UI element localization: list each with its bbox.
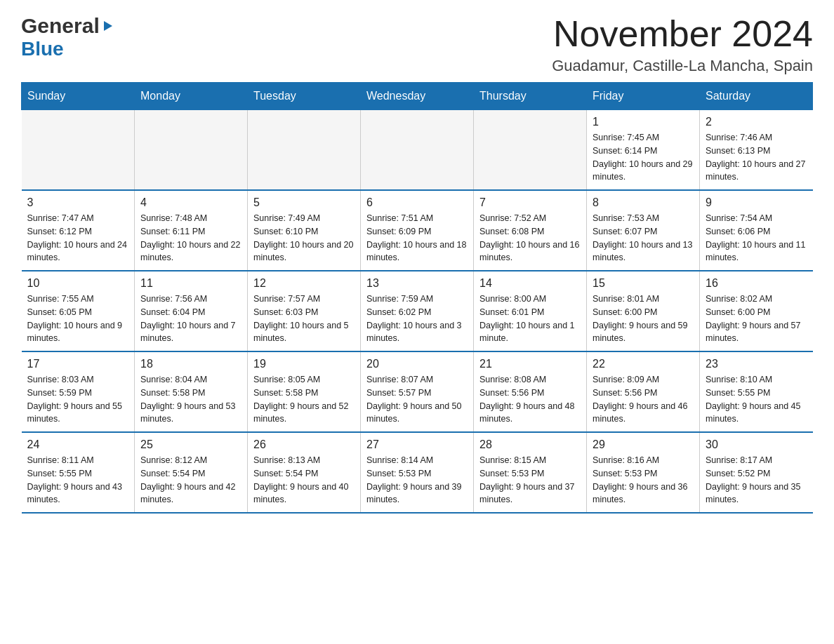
column-header-saturday: Saturday <box>700 83 813 110</box>
day-info: Sunrise: 8:00 AM Sunset: 6:01 PM Dayligh… <box>479 293 581 345</box>
calendar-cell: 12Sunrise: 7:57 AM Sunset: 6:03 PM Dayli… <box>248 271 361 351</box>
day-number: 22 <box>593 358 694 370</box>
calendar-cell: 17Sunrise: 8:03 AM Sunset: 5:59 PM Dayli… <box>22 351 135 432</box>
day-info: Sunrise: 7:57 AM Sunset: 6:03 PM Dayligh… <box>253 293 355 345</box>
day-number: 28 <box>479 438 581 451</box>
day-number: 12 <box>253 277 355 290</box>
day-number: 14 <box>479 277 581 290</box>
calendar-cell: 22Sunrise: 8:09 AM Sunset: 5:56 PM Dayli… <box>587 351 700 432</box>
calendar-cell: 25Sunrise: 8:12 AM Sunset: 5:54 PM Dayli… <box>135 432 248 513</box>
day-info: Sunrise: 8:05 AM Sunset: 5:58 PM Dayligh… <box>253 373 355 426</box>
day-number: 21 <box>479 358 581 370</box>
calendar-cell: 28Sunrise: 8:15 AM Sunset: 5:53 PM Dayli… <box>474 432 587 513</box>
day-info: Sunrise: 7:51 AM Sunset: 6:09 PM Dayligh… <box>366 212 468 264</box>
logo-general-text: General <box>21 14 100 38</box>
day-info: Sunrise: 7:52 AM Sunset: 6:08 PM Dayligh… <box>479 212 581 264</box>
column-header-wednesday: Wednesday <box>361 83 474 110</box>
day-number: 1 <box>593 116 694 128</box>
title-block: November 2024 Guadamur, Castille-La Manc… <box>552 14 813 75</box>
day-info: Sunrise: 7:53 AM Sunset: 6:07 PM Dayligh… <box>593 212 694 264</box>
day-info: Sunrise: 8:13 AM Sunset: 5:54 PM Dayligh… <box>253 454 355 507</box>
calendar-cell: 9Sunrise: 7:54 AM Sunset: 6:06 PM Daylig… <box>700 190 813 271</box>
day-number: 19 <box>253 358 355 370</box>
day-number: 6 <box>366 196 468 209</box>
calendar-week-row: 24Sunrise: 8:11 AM Sunset: 5:55 PM Dayli… <box>22 432 813 513</box>
logo: General Blue <box>21 14 115 60</box>
calendar-cell: 19Sunrise: 8:05 AM Sunset: 5:58 PM Dayli… <box>248 351 361 432</box>
day-number: 11 <box>140 277 241 290</box>
day-number: 20 <box>366 358 468 370</box>
day-info: Sunrise: 8:01 AM Sunset: 6:00 PM Dayligh… <box>593 293 694 345</box>
calendar-cell: 20Sunrise: 8:07 AM Sunset: 5:57 PM Dayli… <box>361 351 474 432</box>
calendar-table: SundayMondayTuesdayWednesdayThursdayFrid… <box>21 82 813 514</box>
day-number: 26 <box>253 438 355 451</box>
day-number: 15 <box>593 277 694 290</box>
day-number: 27 <box>366 438 468 451</box>
day-info: Sunrise: 7:56 AM Sunset: 6:04 PM Dayligh… <box>140 293 241 345</box>
calendar-cell: 14Sunrise: 8:00 AM Sunset: 6:01 PM Dayli… <box>474 271 587 351</box>
day-number: 17 <box>27 358 129 370</box>
day-info: Sunrise: 8:10 AM Sunset: 5:55 PM Dayligh… <box>706 373 807 426</box>
calendar-cell: 5Sunrise: 7:49 AM Sunset: 6:10 PM Daylig… <box>248 190 361 271</box>
column-header-thursday: Thursday <box>474 83 587 110</box>
calendar-cell: 10Sunrise: 7:55 AM Sunset: 6:05 PM Dayli… <box>22 271 135 351</box>
day-info: Sunrise: 8:09 AM Sunset: 5:56 PM Dayligh… <box>593 373 694 426</box>
day-number: 13 <box>366 277 468 290</box>
day-info: Sunrise: 8:12 AM Sunset: 5:54 PM Dayligh… <box>140 454 241 507</box>
day-info: Sunrise: 8:08 AM Sunset: 5:56 PM Dayligh… <box>479 373 581 426</box>
day-info: Sunrise: 8:03 AM Sunset: 5:59 PM Dayligh… <box>27 373 129 426</box>
day-number: 2 <box>706 116 807 128</box>
day-info: Sunrise: 8:04 AM Sunset: 5:58 PM Dayligh… <box>140 373 241 426</box>
day-info: Sunrise: 8:07 AM Sunset: 5:57 PM Dayligh… <box>366 373 468 426</box>
day-info: Sunrise: 7:55 AM Sunset: 6:05 PM Dayligh… <box>27 293 129 345</box>
day-number: 24 <box>27 438 129 451</box>
column-header-sunday: Sunday <box>22 83 135 110</box>
day-info: Sunrise: 7:46 AM Sunset: 6:13 PM Dayligh… <box>706 131 807 184</box>
day-info: Sunrise: 7:45 AM Sunset: 6:14 PM Dayligh… <box>593 131 694 184</box>
column-header-friday: Friday <box>587 83 700 110</box>
day-number: 18 <box>140 358 241 370</box>
calendar-cell: 13Sunrise: 7:59 AM Sunset: 6:02 PM Dayli… <box>361 271 474 351</box>
location-subtitle: Guadamur, Castille-La Mancha, Spain <box>552 57 813 75</box>
day-info: Sunrise: 7:47 AM Sunset: 6:12 PM Dayligh… <box>27 212 129 264</box>
calendar-header-row: SundayMondayTuesdayWednesdayThursdayFrid… <box>22 83 813 110</box>
calendar-cell: 8Sunrise: 7:53 AM Sunset: 6:07 PM Daylig… <box>587 190 700 271</box>
logo-blue-text: Blue <box>21 38 64 60</box>
calendar-week-row: 10Sunrise: 7:55 AM Sunset: 6:05 PM Dayli… <box>22 271 813 351</box>
calendar-cell: 27Sunrise: 8:14 AM Sunset: 5:53 PM Dayli… <box>361 432 474 513</box>
day-info: Sunrise: 8:14 AM Sunset: 5:53 PM Dayligh… <box>366 454 468 507</box>
day-number: 16 <box>706 277 807 290</box>
day-number: 3 <box>27 196 129 209</box>
calendar-cell: 15Sunrise: 8:01 AM Sunset: 6:00 PM Dayli… <box>587 271 700 351</box>
day-info: Sunrise: 7:49 AM Sunset: 6:10 PM Dayligh… <box>253 212 355 264</box>
calendar-cell: 2Sunrise: 7:46 AM Sunset: 6:13 PM Daylig… <box>700 110 813 191</box>
month-title: November 2024 <box>552 14 813 54</box>
page-header: General Blue November 2024 Guadamur, Cas… <box>21 14 813 75</box>
calendar-cell: 26Sunrise: 8:13 AM Sunset: 5:54 PM Dayli… <box>248 432 361 513</box>
day-number: 25 <box>140 438 241 451</box>
column-header-monday: Monday <box>135 83 248 110</box>
day-number: 8 <box>593 196 694 209</box>
svg-marker-0 <box>104 21 112 31</box>
calendar-cell: 29Sunrise: 8:16 AM Sunset: 5:53 PM Dayli… <box>587 432 700 513</box>
calendar-week-row: 3Sunrise: 7:47 AM Sunset: 6:12 PM Daylig… <box>22 190 813 271</box>
calendar-cell: 18Sunrise: 8:04 AM Sunset: 5:58 PM Dayli… <box>135 351 248 432</box>
day-number: 4 <box>140 196 241 209</box>
day-number: 30 <box>706 438 807 451</box>
calendar-cell: 11Sunrise: 7:56 AM Sunset: 6:04 PM Dayli… <box>135 271 248 351</box>
day-number: 29 <box>593 438 694 451</box>
day-info: Sunrise: 8:17 AM Sunset: 5:52 PM Dayligh… <box>706 454 807 507</box>
calendar-week-row: 1Sunrise: 7:45 AM Sunset: 6:14 PM Daylig… <box>22 110 813 191</box>
calendar-cell: 6Sunrise: 7:51 AM Sunset: 6:09 PM Daylig… <box>361 190 474 271</box>
day-info: Sunrise: 8:02 AM Sunset: 6:00 PM Dayligh… <box>706 293 807 345</box>
day-info: Sunrise: 7:59 AM Sunset: 6:02 PM Dayligh… <box>366 293 468 345</box>
day-info: Sunrise: 8:11 AM Sunset: 5:55 PM Dayligh… <box>27 454 129 507</box>
day-number: 23 <box>706 358 807 370</box>
calendar-cell: 24Sunrise: 8:11 AM Sunset: 5:55 PM Dayli… <box>22 432 135 513</box>
calendar-cell: 3Sunrise: 7:47 AM Sunset: 6:12 PM Daylig… <box>22 190 135 271</box>
calendar-cell: 16Sunrise: 8:02 AM Sunset: 6:00 PM Dayli… <box>700 271 813 351</box>
calendar-cell: 21Sunrise: 8:08 AM Sunset: 5:56 PM Dayli… <box>474 351 587 432</box>
calendar-cell: 4Sunrise: 7:48 AM Sunset: 6:11 PM Daylig… <box>135 190 248 271</box>
day-number: 9 <box>706 196 807 209</box>
calendar-week-row: 17Sunrise: 8:03 AM Sunset: 5:59 PM Dayli… <box>22 351 813 432</box>
